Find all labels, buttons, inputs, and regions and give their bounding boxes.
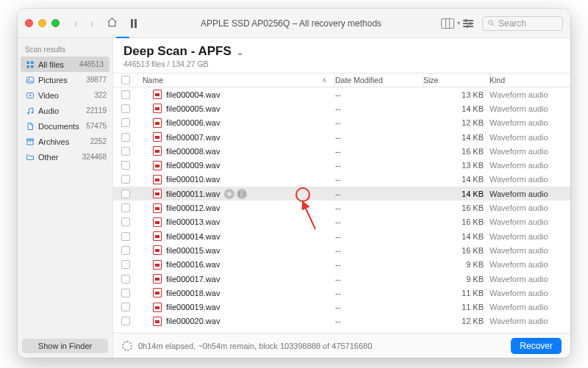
date-modified-cell: -- — [335, 317, 423, 325]
size-cell: 16 KB — [423, 203, 490, 212]
nav-back-button[interactable]: ‹ — [70, 18, 82, 29]
row-checkbox[interactable] — [121, 275, 130, 284]
date-modified-cell: -- — [335, 190, 423, 198]
sidebar-item-archives[interactable]: Archives2252 — [18, 134, 112, 149]
scan-title[interactable]: Deep Scan - APFS ⌄ — [123, 44, 560, 59]
sidebar-item-count: 22119 — [86, 107, 107, 115]
svg-point-7 — [29, 79, 30, 80]
hex-view-button[interactable]: ⋮⋮ — [237, 189, 247, 199]
minimize-window-button[interactable] — [38, 19, 46, 27]
table-row[interactable]: file000016.wav--9 KBWaveform audio — [113, 258, 570, 272]
pie-chart-icon[interactable]: ▾ — [441, 18, 454, 29]
table-row[interactable]: file000004.wav--13 KBWaveform audio — [113, 87, 570, 101]
pause-scan-button[interactable] — [126, 19, 141, 28]
sidebar: Scan results All files448513Pictures3987… — [18, 38, 113, 358]
window-title: APPLE SSD AP0256Q – All recovery methods — [146, 18, 437, 29]
sidebar-item-pictures[interactable]: Pictures39877 — [18, 72, 112, 87]
row-checkbox[interactable] — [121, 217, 130, 226]
table-row[interactable]: file000017.wav--9 KBWaveform audio — [113, 272, 570, 286]
sidebar-item-count: 57475 — [86, 122, 107, 130]
sidebar-item-audio[interactable]: Audio22119 — [18, 103, 112, 118]
file-name: file000015.wav — [166, 246, 220, 255]
kind-cell: Waveform audio — [490, 317, 570, 325]
music-icon — [25, 107, 35, 115]
sidebar-item-count: 324468 — [82, 153, 107, 161]
nav-forward-button[interactable]: › — [86, 18, 98, 29]
row-checkbox[interactable] — [121, 104, 130, 113]
wav-file-icon — [153, 231, 162, 241]
wav-file-icon — [153, 132, 162, 142]
row-checkbox[interactable] — [121, 232, 130, 241]
table-row[interactable]: file000019.wav--11 KBWaveform audio — [113, 300, 570, 314]
column-header-date[interactable]: Date Modified — [335, 73, 423, 87]
grid-icon — [25, 60, 35, 69]
close-window-button[interactable] — [25, 19, 33, 27]
table-row[interactable]: file000013.wav--16 KBWaveform audio — [113, 215, 570, 229]
zoom-window-button[interactable] — [51, 19, 60, 27]
size-cell: 13 KB — [423, 161, 490, 170]
toolbar: ‹ › APPLE SSD AP0256Q – All recovery met… — [18, 9, 570, 38]
app-window: ‹ › APPLE SSD AP0256Q – All recovery met… — [18, 9, 570, 358]
row-checkbox[interactable] — [121, 175, 130, 184]
chevron-down-icon: ⌄ — [237, 48, 243, 57]
row-checkbox[interactable] — [121, 147, 130, 156]
file-name: file000011.wav — [166, 190, 220, 198]
table-row[interactable]: file000014.wav--14 KBWaveform audio — [113, 229, 570, 243]
svg-rect-3 — [31, 61, 34, 64]
archive-icon — [25, 137, 35, 146]
column-header-name[interactable]: Name ∧ — [138, 73, 335, 87]
svg-rect-2 — [27, 61, 30, 64]
size-cell: 16 KB — [423, 246, 490, 255]
table-row[interactable]: file000020.wav--12 KBWaveform audio — [113, 314, 570, 328]
select-all-checkbox[interactable] — [121, 76, 130, 84]
filter-settings-button[interactable] — [463, 20, 473, 27]
search-field[interactable]: Search — [482, 16, 563, 31]
table-row[interactable]: file000007.wav--14 KBWaveform audio — [113, 130, 570, 144]
row-checkbox[interactable] — [121, 90, 130, 99]
size-cell: 12 KB — [423, 118, 490, 127]
row-checkbox[interactable] — [121, 246, 130, 255]
row-checkbox[interactable] — [121, 260, 130, 269]
kind-cell: Waveform audio — [490, 303, 570, 311]
sidebar-item-video[interactable]: Video322 — [18, 87, 112, 103]
row-checkbox[interactable] — [121, 190, 130, 198]
file-name: file000012.wav — [166, 203, 220, 212]
file-name: file000005.wav — [166, 104, 220, 113]
table-row[interactable]: file000006.wav--12 KBWaveform audio — [113, 116, 570, 130]
date-modified-cell: -- — [335, 161, 423, 170]
recover-button[interactable]: Recover — [511, 338, 562, 354]
table-row[interactable]: file000018.wav--11 KBWaveform audio — [113, 286, 570, 300]
column-header-kind[interactable]: Kind — [490, 73, 570, 87]
sidebar-item-documents[interactable]: Documents57475 — [18, 118, 112, 134]
sidebar-item-count: 39877 — [86, 76, 107, 84]
file-name-cell: file000007.wav — [138, 132, 335, 142]
table-row[interactable]: file000012.wav--16 KBWaveform audio — [113, 201, 570, 214]
row-checkbox[interactable] — [121, 203, 130, 212]
table-row[interactable]: file000011.wav⋮⋮--14 KBWaveform audio — [113, 187, 570, 201]
row-checkbox[interactable] — [121, 289, 130, 297]
home-button[interactable] — [107, 17, 118, 30]
sidebar-item-other[interactable]: Other324468 — [18, 149, 112, 165]
row-checkbox[interactable] — [121, 317, 130, 325]
search-placeholder: Search — [498, 18, 526, 29]
preview-button[interactable] — [224, 189, 234, 199]
file-name: file000018.wav — [166, 289, 220, 297]
show-in-finder-button[interactable]: Show in Finder — [22, 339, 108, 353]
row-checkbox[interactable] — [121, 118, 130, 127]
column-header-size[interactable]: Size — [423, 73, 490, 87]
column-label: Date Modified — [335, 76, 383, 84]
table-row[interactable]: file000010.wav--14 KBWaveform audio — [113, 173, 570, 187]
table-row[interactable]: file000005.wav--14 KBWaveform audio — [113, 101, 570, 115]
kind-cell: Waveform audio — [490, 175, 570, 184]
row-checkbox[interactable] — [121, 161, 130, 170]
size-cell: 9 KB — [423, 275, 490, 284]
kind-cell: Waveform audio — [490, 260, 570, 269]
row-checkbox[interactable] — [121, 133, 130, 142]
row-checkbox[interactable] — [121, 303, 130, 311]
table-row[interactable]: file000009.wav--13 KBWaveform audio — [113, 158, 570, 172]
table-row[interactable]: file000008.wav--16 KBWaveform audio — [113, 144, 570, 158]
table-row[interactable]: file000015.wav--16 KBWaveform audio — [113, 243, 570, 257]
scan-subtitle: 446513 files / 134.27 GB — [123, 59, 560, 68]
sidebar-item-all-files[interactable]: All files448513 — [21, 57, 110, 72]
wav-file-icon — [153, 90, 162, 99]
